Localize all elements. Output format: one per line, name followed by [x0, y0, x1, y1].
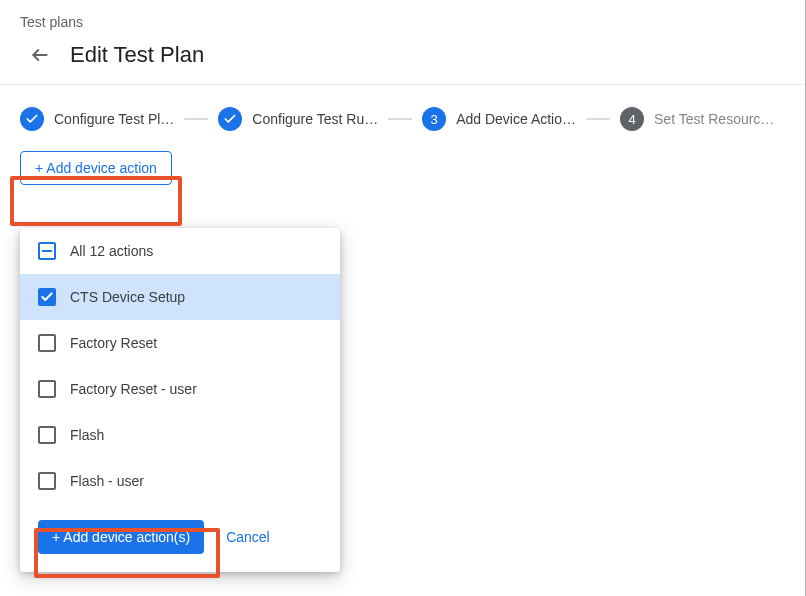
option-all-actions[interactable]: All 12 actions [20, 228, 340, 274]
step-configure-test-run[interactable]: Configure Test Ru… [218, 107, 378, 131]
step-label: Configure Test Ru… [252, 111, 378, 127]
option-label: CTS Device Setup [70, 289, 185, 305]
checkbox-empty-icon[interactable] [38, 426, 56, 444]
step-add-device-actions[interactable]: 3 Add Device Actio… [422, 107, 576, 131]
option-label: All 12 actions [70, 243, 153, 259]
step-number: 4 [620, 107, 644, 131]
breadcrumb[interactable]: Test plans [20, 14, 786, 30]
add-device-action-button[interactable]: + Add device action [20, 151, 172, 185]
page-title: Edit Test Plan [70, 42, 204, 68]
option-label: Flash [70, 427, 104, 443]
step-label: Set Test Resourc… [654, 111, 774, 127]
device-action-dropdown: All 12 actions CTS Device Setup Factory … [20, 228, 340, 572]
check-icon [20, 107, 44, 131]
cancel-button[interactable]: Cancel [222, 520, 274, 554]
option-flash-user[interactable]: Flash - user [20, 458, 340, 504]
step-connector [184, 118, 208, 120]
checkbox-empty-icon[interactable] [38, 334, 56, 352]
option-flash[interactable]: Flash [20, 412, 340, 458]
option-cts-device-setup[interactable]: CTS Device Setup [20, 274, 340, 320]
option-label: Factory Reset - user [70, 381, 197, 397]
option-label: Flash - user [70, 473, 144, 489]
step-number: 3 [422, 107, 446, 131]
stepper: Configure Test Pl… Configure Test Ru… 3 … [0, 85, 806, 151]
checkbox-checked-icon[interactable] [38, 288, 56, 306]
checkbox-empty-icon[interactable] [38, 380, 56, 398]
option-list[interactable]: All 12 actions CTS Device Setup Factory … [20, 228, 340, 504]
step-label: Add Device Actio… [456, 111, 576, 127]
step-label: Configure Test Pl… [54, 111, 174, 127]
step-connector [586, 118, 610, 120]
option-label: Factory Reset [70, 335, 157, 351]
check-icon [218, 107, 242, 131]
dropdown-actions: + Add device action(s) Cancel [20, 504, 340, 572]
checkbox-empty-icon[interactable] [38, 472, 56, 490]
step-set-test-resources[interactable]: 4 Set Test Resourc… [620, 107, 774, 131]
back-arrow-icon[interactable] [28, 43, 52, 67]
option-factory-reset[interactable]: Factory Reset [20, 320, 340, 366]
option-factory-reset-user[interactable]: Factory Reset - user [20, 366, 340, 412]
step-configure-test-plan[interactable]: Configure Test Pl… [20, 107, 174, 131]
step-connector [388, 118, 412, 120]
checkbox-indeterminate-icon[interactable] [38, 242, 56, 260]
add-device-actions-confirm-button[interactable]: + Add device action(s) [38, 520, 204, 554]
